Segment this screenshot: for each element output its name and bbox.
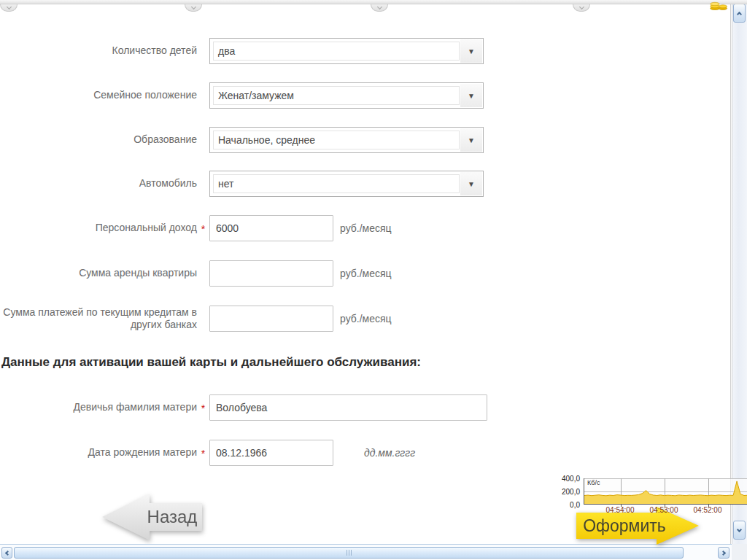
marital-status-select[interactable]: Женат/замужем ▼: [209, 82, 484, 109]
select-value: нет: [213, 174, 460, 193]
personal-income-input[interactable]: [209, 215, 333, 241]
content-edge-divider: [730, 0, 731, 544]
network-chart-plot: Кб/с: [584, 478, 747, 505]
form-row-car: Автомобиль нет ▼: [0, 171, 732, 197]
required-marker: *: [197, 446, 209, 459]
chevron-down-icon: [190, 4, 196, 9]
form-row-rent-amount: Сумма аренды квартиры руб./месяц: [0, 260, 732, 287]
scroll-up-button[interactable]: [733, 4, 746, 23]
scroll-down-button[interactable]: [733, 521, 746, 540]
submit-button-label: Оформить: [587, 513, 662, 539]
date-format-hint: дд.мм.гггг: [364, 447, 415, 459]
horizontal-scrollbar-thumb[interactable]: [14, 547, 684, 559]
select-value: Женат/замужем: [213, 86, 460, 105]
field-label: Сумма аренды квартиры: [0, 267, 197, 280]
x-axis-tick: 04:52:00: [687, 506, 728, 514]
collapsed-tab-handle[interactable]: [0, 4, 18, 12]
field-label: Автомобиль: [0, 177, 197, 190]
required-marker: *: [197, 401, 209, 414]
education-select[interactable]: Начальное, среднее ▼: [209, 127, 484, 153]
field-label: Девичья фамилия матери: [0, 401, 197, 414]
chevron-up-icon: [737, 12, 742, 17]
section-title: Данные для активации вашей карты и дальн…: [1, 355, 421, 370]
scroll-right-button[interactable]: [718, 547, 729, 559]
form-row-other-loans: Сумма платежей по текущим кредитам в дру…: [0, 306, 732, 332]
scrollbar-corner: [732, 544, 747, 560]
chevron-down-icon: [376, 4, 382, 9]
y-axis-tick: 0,0: [553, 501, 580, 509]
coin-stack-icon: [710, 0, 728, 13]
y-axis-tick: 200,0: [553, 488, 580, 496]
x-axis-tick: 04:54:00: [600, 506, 640, 514]
select-value: два: [213, 42, 460, 61]
collapsed-tab-handle[interactable]: [371, 4, 388, 12]
field-label: Дата рождения матери: [0, 446, 197, 459]
form-row-mother-birth-date: Дата рождения матери * дд.мм.гггг: [0, 440, 732, 466]
car-select[interactable]: нет ▼: [209, 171, 484, 197]
chevron-down-icon[interactable]: ▼: [460, 39, 482, 63]
chevron-down-icon: [737, 526, 742, 532]
other-loans-payments-input[interactable]: [209, 306, 333, 332]
field-label: Сумма платежей по текущим кредитам в дру…: [0, 306, 197, 332]
scroll-left-button[interactable]: [1, 547, 12, 559]
field-label: Семейное положение: [0, 89, 197, 102]
children-count-select[interactable]: два ▼: [209, 38, 484, 64]
rent-amount-input[interactable]: [209, 260, 333, 287]
chevron-down-icon: [6, 4, 11, 9]
field-label: Персональный доход: [0, 222, 197, 235]
form-row-education: Образование Начальное, среднее ▼: [0, 127, 732, 153]
collapsed-tab-handle[interactable]: [185, 4, 202, 12]
form-row-children: Количество детей два ▼: [0, 38, 732, 64]
select-value: Начальное, среднее: [213, 131, 460, 149]
unit-suffix: руб./месяц: [340, 268, 392, 279]
unit-suffix: руб./месяц: [340, 222, 392, 234]
horizontal-scrollbar-track[interactable]: [0, 544, 732, 560]
field-label: Количество детей: [0, 44, 197, 58]
form-row-mother-maiden-name: Девичья фамилия матери *: [0, 394, 732, 421]
chevron-down-icon[interactable]: ▼: [460, 172, 482, 195]
chevron-down-icon: [578, 4, 584, 9]
net-chart-line: [584, 481, 747, 496]
chevron-left-icon: [5, 550, 10, 555]
back-button-label: Назад: [146, 503, 198, 531]
form-row-personal-income: Персональный доход * руб./месяц: [0, 215, 732, 241]
unit-suffix: руб./месяц: [340, 313, 392, 324]
vertical-scrollbar-track[interactable]: [732, 0, 747, 544]
net-chart-area: [584, 481, 747, 504]
chevron-down-icon[interactable]: ▼: [460, 128, 482, 152]
required-marker: *: [197, 222, 209, 235]
collapsed-tab-handle[interactable]: [573, 4, 590, 12]
back-button[interactable]: Назад: [102, 494, 202, 540]
chevron-right-icon: [720, 550, 725, 555]
mother-birth-date-input[interactable]: [209, 440, 333, 466]
chevron-down-icon[interactable]: ▼: [460, 84, 482, 107]
x-axis-tick: 04:53:00: [643, 506, 684, 514]
field-label: Образование: [0, 133, 197, 147]
mother-maiden-name-input[interactable]: [209, 394, 487, 421]
y-axis-tick: 400,0: [553, 475, 580, 483]
form-row-marital-status: Семейное положение Женат/замужем ▼: [0, 82, 732, 109]
network-monitor-widget: 400,0 200,0 0,0 Кб/с 04:54:00 04:53:00 0…: [553, 472, 747, 516]
